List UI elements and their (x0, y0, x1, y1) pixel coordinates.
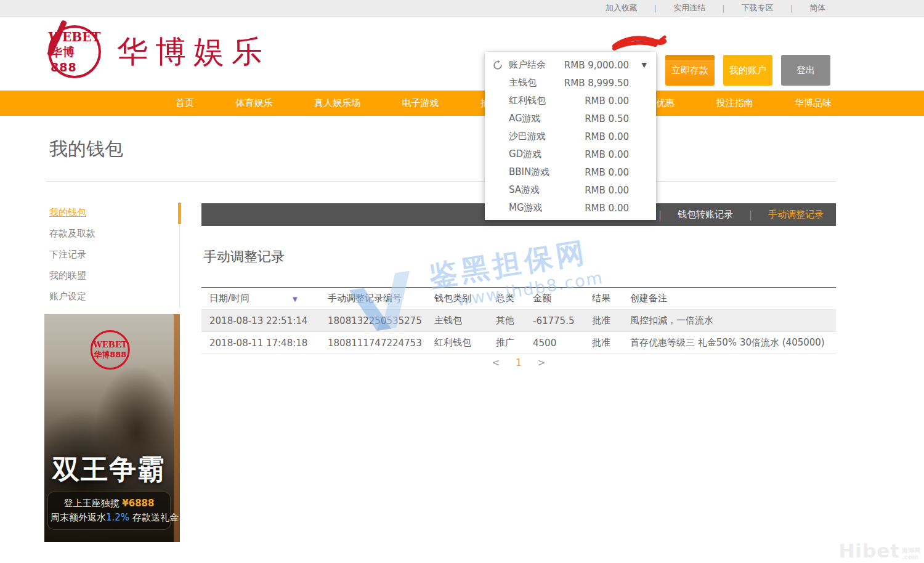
balance-dropdown-panel: 账户结余 RMB 9,000.00 ▼ 主钱包 RMB 8,999.50 红利钱… (485, 52, 656, 220)
sidebar-item-my-affiliate[interactable]: 我的联盟 (46, 265, 179, 286)
topbar-link-downloads[interactable]: 下载专区 (742, 2, 774, 14)
sidebar: 我的钱包 存款及取款 下注记录 我的联盟 账户设定 (46, 202, 180, 308)
banner-logo-brand: WEBET (93, 340, 127, 349)
sidebar-active-indicator (178, 203, 181, 224)
balance-label: MG游戏 (509, 202, 543, 214)
site-logo[interactable]: WEBET 华博888 华博娱乐 (48, 25, 270, 78)
cell-wallet-type: 主钱包 (426, 310, 488, 332)
banner-line1-amount: ¥6888 (122, 498, 154, 509)
my-account-button[interactable]: 我的账户 (723, 55, 772, 86)
banner-line2-text-b: 存款送礼金 (132, 512, 179, 523)
topbar-link-simplified-chinese[interactable]: 简体 (809, 2, 825, 14)
nav-item-sports[interactable]: 体育娱乐 (236, 97, 273, 109)
page-next-button[interactable]: > (538, 357, 546, 368)
sidebar-item-account-settings[interactable]: 账户设定 (46, 286, 179, 307)
topbar-link-favorites[interactable]: 加入收藏 (606, 2, 638, 14)
divider (46, 181, 836, 182)
balance-value: RMB 0.00 (585, 95, 629, 107)
chevron-down-icon[interactable]: ▼ (642, 61, 647, 69)
balance-value: RMB 0.00 (585, 149, 629, 160)
column-header-category: 总类 (488, 288, 525, 310)
tab-manual-adjust-records[interactable]: 手动调整记录 (768, 209, 824, 221)
sidebar-item-bet-records[interactable]: 下注记录 (46, 244, 179, 265)
page: 加入收藏 | 实用连结 | 下载专区 | 简体 WEBET 华博888 华博娱乐… (0, 0, 924, 563)
sidebar-item-my-wallet[interactable]: 我的钱包 (46, 202, 179, 223)
table-header-row: 日期/时间▼ 手动调整记录编号 钱包类别 总类 金额 结果 创建备注 (201, 288, 836, 310)
column-header-amount: 金额 (525, 288, 584, 310)
balance-label: AG游戏 (509, 113, 541, 124)
banner-logo-circle-icon: WEBET 华博888 (91, 330, 130, 370)
corner-watermark-com: .com (902, 554, 920, 561)
top-utility-bar: 加入收藏 | 实用连结 | 下载专区 | 简体 (0, 0, 924, 17)
divider: | (654, 4, 657, 13)
page-prev-button[interactable]: < (492, 357, 500, 368)
divider: | (659, 209, 662, 221)
corner-watermark-brand: Hibet (838, 541, 900, 561)
banner-line1-text: 登上王座独揽 (64, 498, 120, 509)
balance-row-saba: 沙巴游戏 RMB 0.00 (485, 128, 656, 145)
deposit-button[interactable]: 立即存款 (665, 55, 715, 86)
banner-line2-text-a: 周末额外返水 (51, 512, 106, 523)
column-header-record-id: 手动调整记录编号 (320, 288, 426, 310)
banner-logo-sub: 华博888 (94, 349, 126, 360)
page-number-current[interactable]: 1 (516, 357, 522, 368)
cell-category: 推广 (488, 332, 525, 354)
tab-transfer-records[interactable]: 钱包转账记录 (678, 209, 733, 221)
section-title: 手动调整记录 (203, 248, 285, 266)
nav-item-live-casino[interactable]: 真人娱乐场 (314, 97, 360, 109)
logo-circle-icon: WEBET 华博888 (48, 25, 101, 78)
cell-result: 批准 (584, 332, 622, 354)
logo-sub-text: 华博888 (51, 44, 99, 74)
cell-remark: 首存优惠等级三 礼金50% 30倍流水 (405000) (622, 332, 836, 354)
watermark-title: 鉴黑担保网 (426, 233, 590, 296)
divider: | (722, 4, 724, 13)
sidebar-item-deposit-withdraw[interactable]: 存款及取款 (46, 223, 179, 244)
balance-row-bbin: BBIN游戏 RMB 0.00 (485, 163, 656, 181)
balance-row-total: 账户结余 RMB 9,000.00 ▼ (485, 56, 656, 74)
nav-item-home[interactable]: 首页 (176, 97, 194, 109)
balance-label: 沙巴游戏 (509, 131, 546, 142)
balance-value: RMB 0.00 (585, 131, 629, 142)
banner-edge-strip (174, 314, 180, 542)
balance-row-bonus-wallet: 红利钱包 RMB 0.00 (485, 92, 656, 110)
column-header-datetime[interactable]: 日期/时间▼ (201, 288, 320, 310)
pagination: < 1 > (201, 357, 836, 368)
page-title: 我的钱包 (49, 137, 123, 162)
logout-button[interactable]: 登出 (781, 55, 830, 86)
balance-value: RMB 0.00 (585, 203, 629, 214)
cell-datetime: 2018-08-13 22:51:14 (201, 310, 320, 332)
nav-item-slots[interactable]: 电子游戏 (402, 97, 439, 109)
cell-category: 其他 (488, 310, 525, 332)
balance-row-main-wallet: 主钱包 RMB 8,999.50 (485, 74, 656, 92)
banner-line2-percent: 1.2% (106, 512, 129, 523)
column-header-wallet-type: 钱包类别 (426, 288, 488, 310)
balance-label: BBIN游戏 (509, 166, 549, 178)
records-table: 日期/时间▼ 手动调整记录编号 钱包类别 总类 金额 结果 创建备注 2018-… (201, 287, 836, 354)
corner-watermark: Hibet 海博网 .com (838, 541, 920, 561)
balance-label: 账户结余 (509, 59, 546, 71)
nav-item-betting-guide[interactable]: 投注指南 (716, 97, 753, 109)
balance-value: RMB 0.50 (585, 113, 629, 124)
cell-wallet-type: 红利钱包 (426, 332, 488, 354)
column-header-remark: 创建备注 (622, 288, 836, 310)
balance-label: 主钱包 (509, 77, 537, 89)
balance-value: RMB 8,999.50 (564, 78, 629, 89)
cell-amount: 4500 (525, 332, 584, 354)
topbar-link-useful-links[interactable]: 实用连结 (673, 2, 705, 14)
balance-value: RMB 9,000.00 (564, 60, 629, 71)
divider: | (790, 4, 793, 13)
header: WEBET 华博888 华博娱乐 欢迎回来 ! 立即存款 我的账户 登出 (0, 17, 924, 91)
banner-promo-text: 登上王座独揽 ¥6888 周末额外返水1.2% 存款送礼金 (47, 492, 171, 530)
nav-item-lifestyle[interactable]: 华博品味 (795, 97, 832, 109)
balance-row-mg: MG游戏 RMB 0.00 (485, 199, 656, 217)
logo-site-name: 华博娱乐 (117, 31, 270, 73)
cell-datetime: 2018-08-11 17:48:18 (201, 332, 320, 354)
balance-value: RMB 0.00 (585, 167, 629, 178)
balance-label: 红利钱包 (509, 95, 546, 107)
refresh-icon[interactable] (492, 60, 503, 71)
promo-banner[interactable]: WEBET 华博888 双王争霸 登上王座独揽 ¥6888 周末额外返水1.2%… (44, 314, 180, 542)
cell-amount: -61775.5 (525, 310, 584, 332)
sort-caret-icon[interactable]: ▼ (293, 296, 298, 302)
balance-row-sa: SA游戏 RMB 0.00 (485, 181, 656, 199)
balance-value: RMB 0.00 (585, 185, 629, 196)
